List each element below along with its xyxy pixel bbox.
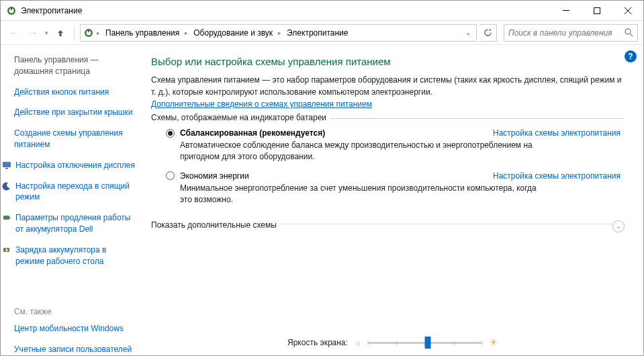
brightness-slider-row: Яркость экрана: ☼ ☀: [287, 337, 498, 349]
content: Панель управления — домашняя страница Де…: [1, 45, 643, 355]
sidebar-link-desktop-charge[interactable]: Зарядка аккумулятора в режиме рабочего с…: [2, 244, 135, 267]
address-dropdown[interactable]: ⌄: [463, 29, 473, 36]
back-button[interactable]: ←: [6, 25, 22, 41]
brightness-label: Яркость экрана:: [287, 338, 348, 347]
breadcrumb-item[interactable]: Панель управления: [103, 28, 182, 38]
battery-icon: [2, 213, 11, 222]
plan-name[interactable]: Сбалансированная (рекомендуется): [180, 128, 325, 138]
sun-bright-icon: ☀: [489, 337, 498, 349]
window-controls: [551, 1, 643, 21]
breadcrumb-item[interactable]: Оборудование и звук: [191, 28, 275, 38]
more-info-link[interactable]: Дополнительные сведения о схемах управле…: [151, 99, 372, 109]
power-options-icon: [83, 28, 94, 38]
page-description: Схема управления питанием — это набор па…: [151, 74, 625, 98]
plan-radio-power-saver[interactable]: [166, 171, 175, 180]
sun-dim-icon: ☼: [355, 339, 361, 347]
svg-rect-4: [594, 7, 600, 13]
forward-button[interactable]: →: [25, 25, 41, 41]
chevron-down-icon[interactable]: ⌄: [612, 220, 625, 232]
svg-rect-15: [9, 217, 11, 218]
svg-rect-13: [5, 168, 8, 169]
sidebar-link-dell-battery[interactable]: Параметры продления работы от аккумулято…: [2, 212, 135, 235]
svg-rect-14: [3, 216, 9, 220]
help-icon[interactable]: ?: [625, 50, 637, 62]
plan-group-legend: Схемы, отображаемые на индикаторе батаре…: [151, 113, 330, 122]
plan-balanced: Сбалансированная (рекомендуется) Настрой…: [160, 128, 620, 163]
charge-icon: [2, 245, 11, 255]
address-bar[interactable]: ▸ Панель управления ▸ Оборудование и зву…: [80, 24, 477, 42]
svg-rect-12: [3, 162, 11, 167]
see-also-title: См. также: [14, 307, 135, 316]
plan-description: Автоматическое соблюдение баланса между …: [166, 140, 542, 163]
sidebar-link-sleep[interactable]: Настройка перехода в спящий режим: [2, 181, 135, 204]
minimize-button[interactable]: [551, 1, 582, 21]
plan-name[interactable]: Экономия энергии: [180, 171, 249, 181]
plan-description: Минимальное энергопотребление за счет ум…: [166, 183, 542, 206]
plan-radio-balanced[interactable]: [166, 129, 175, 138]
brightness-slider[interactable]: [368, 342, 482, 344]
maximize-button[interactable]: [582, 1, 612, 21]
navbar: ← → ▾ ▸ Панель управления ▸ Оборудование…: [1, 21, 643, 45]
chevron-right-icon[interactable]: ▸: [183, 30, 189, 36]
sidebar-home-link[interactable]: Панель управления — домашняя страница: [14, 54, 135, 77]
history-dropdown[interactable]: ▾: [44, 30, 50, 36]
svg-rect-3: [563, 10, 569, 11]
sidebar: Панель управления — домашняя страница Де…: [1, 45, 142, 355]
chevron-right-icon[interactable]: ▸: [277, 30, 283, 36]
main-panel: ? Выбор или настройка схемы управления п…: [142, 45, 643, 355]
refresh-button[interactable]: [479, 24, 497, 42]
chevron-right-icon[interactable]: ▸: [95, 30, 101, 36]
sidebar-link-user-accounts[interactable]: Учетные записи пользователей: [14, 344, 135, 355]
svg-line-11: [630, 34, 633, 36]
window-title: Электропитание: [21, 6, 551, 15]
search-icon[interactable]: [625, 28, 633, 37]
titlebar: Электропитание: [1, 1, 643, 21]
close-button[interactable]: [612, 1, 643, 21]
sidebar-link-create-plan[interactable]: Создание схемы управления питанием: [14, 128, 135, 150]
monitor-icon: [2, 161, 11, 170]
search-input[interactable]: [508, 28, 625, 38]
svg-rect-9: [88, 29, 89, 32]
plan-group: Схемы, отображаемые на индикаторе батаре…: [151, 118, 625, 218]
slider-thumb[interactable]: [425, 337, 431, 349]
page-heading: Выбор или настройка схемы управления пит…: [151, 56, 625, 67]
power-options-icon: [6, 5, 17, 16]
show-additional-plans[interactable]: Показать дополнительные схемы ⌄: [151, 224, 625, 239]
search-box[interactable]: [504, 24, 638, 42]
svg-rect-2: [11, 7, 12, 10]
separator: [74, 26, 75, 40]
moon-icon: [2, 181, 11, 191]
expander-label: Показать дополнительные схемы: [151, 220, 281, 230]
sidebar-link-mobility-center[interactable]: Центр мобильности Windows: [14, 323, 135, 335]
sidebar-link-power-buttons[interactable]: Действия кнопок питания: [14, 87, 135, 98]
sidebar-link-lid-close[interactable]: Действие при закрытии крышки: [14, 107, 135, 118]
plan-power-saver: Экономия энергии Настройка схемы электро…: [160, 171, 620, 206]
svg-point-10: [625, 29, 631, 34]
plan-settings-link[interactable]: Настройка схемы электропитания: [493, 171, 620, 181]
breadcrumb-item[interactable]: Электропитание: [284, 28, 351, 38]
sidebar-link-display-off[interactable]: Настройка отключения дисплея: [2, 160, 135, 171]
up-button[interactable]: [52, 25, 68, 41]
plan-settings-link[interactable]: Настройка схемы электропитания: [493, 128, 620, 138]
